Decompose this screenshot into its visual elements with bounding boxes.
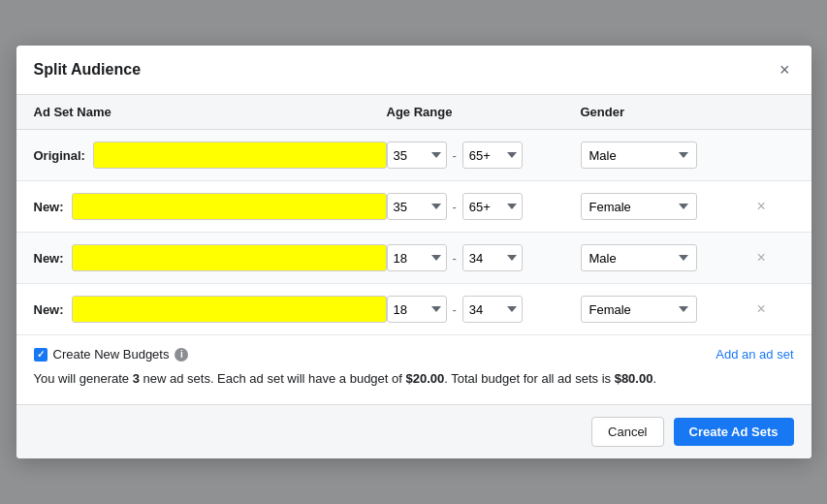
gender-select-1[interactable]: MaleFemaleAll — [581, 142, 697, 169]
footer-top: Create New Budgets i Add an ad set — [16, 335, 811, 365]
remove-button-4[interactable]: × — [755, 299, 768, 320]
table-row: New: 1821253035404550556065+ - 182125303… — [16, 284, 811, 335]
gender-select-4[interactable]: MaleFemaleAll — [581, 296, 697, 323]
name-cell-4: New: — [34, 296, 387, 323]
remove-cell-4: × — [755, 299, 794, 320]
summary-total: $80.00 — [615, 371, 653, 386]
gender-select-2[interactable]: MaleFemaleAll — [581, 193, 697, 220]
info-icon[interactable]: i — [175, 348, 188, 362]
gender-cell-4: MaleFemaleAll — [581, 296, 755, 323]
name-cell-1: Original: — [34, 142, 387, 169]
remove-button-2[interactable]: × — [755, 196, 768, 217]
age-min-select-3[interactable]: 1821253035404550556065+ — [387, 244, 447, 271]
cancel-button[interactable]: Cancel — [591, 417, 663, 447]
gender-cell-1: MaleFemaleAll — [581, 142, 755, 169]
age-max-select-4[interactable]: 1821253035404550553465+ — [462, 296, 523, 323]
age-cell-3: 1821253035404550556065+ - 18212530354045… — [387, 244, 581, 271]
age-cell-2: 1821253035404550556065+ - 18212530354045… — [387, 193, 581, 220]
close-button[interactable]: × — [776, 59, 794, 80]
summary-budget: $20.00 — [406, 371, 445, 386]
col-header-gender: Gender — [581, 105, 755, 119]
summary-end: . Total budget for all ad sets is — [444, 371, 614, 386]
create-budgets-checkbox[interactable] — [34, 348, 48, 362]
name-cell-3: New: — [34, 244, 387, 271]
remove-cell-3: × — [755, 247, 794, 268]
col-header-name: Ad Set Name — [34, 105, 387, 119]
name-cell-2: New: — [34, 193, 387, 220]
table-row: New: 1821253035404550556065+ - 182125303… — [16, 233, 811, 284]
summary-count: 3 — [133, 371, 140, 386]
age-min-select-4[interactable]: 1821253035404550556065+ — [387, 296, 447, 323]
summary-text: You will generate 3 new ad sets. Each ad… — [16, 365, 811, 404]
modal-header: Split Audience × — [16, 46, 811, 95]
summary-period: . — [652, 371, 656, 386]
name-input-4[interactable] — [72, 296, 387, 323]
add-adset-link[interactable]: Add an ad set — [716, 347, 793, 362]
row-label-1: Original: — [34, 148, 85, 163]
name-input-2[interactable] — [72, 193, 387, 220]
age-dash-4: - — [453, 302, 457, 317]
age-dash-2: - — [453, 200, 457, 214]
table-row: New: 1821253035404550556065+ - 182125303… — [16, 181, 811, 233]
col-header-age: Age Range — [387, 105, 581, 119]
remove-cell-2: × — [755, 196, 794, 217]
age-dash-1: - — [453, 148, 457, 163]
modal-overlay: Split Audience × Ad Set Name Age Range G… — [0, 0, 827, 504]
create-budgets-label: Create New Budgets — [53, 347, 170, 362]
name-input-3[interactable] — [72, 244, 387, 271]
modal: Split Audience × Ad Set Name Age Range G… — [16, 46, 811, 458]
name-input-1[interactable] — [93, 142, 387, 169]
summary-prefix: You will generate — [34, 371, 133, 386]
col-header-actions — [755, 105, 794, 119]
modal-title: Split Audience — [34, 61, 142, 79]
remove-button-3[interactable]: × — [755, 247, 768, 268]
table-header: Ad Set Name Age Range Gender — [16, 95, 811, 130]
row-label-2: New: — [34, 200, 64, 214]
create-budgets-row: Create New Budgets i — [34, 347, 189, 362]
age-dash-3: - — [453, 251, 457, 266]
table-container: Ad Set Name Age Range Gender Original: 1… — [16, 95, 811, 335]
gender-cell-3: MaleFemaleAll — [581, 244, 755, 271]
modal-footer: Cancel Create Ad Sets — [16, 404, 811, 458]
age-min-select-1[interactable]: 1821253035404550556065+ — [387, 142, 447, 169]
age-min-select-2[interactable]: 1821253035404550556065+ — [387, 193, 447, 220]
age-max-select-1[interactable]: 1821253035404550556065+ — [462, 142, 523, 169]
age-max-select-2[interactable]: 1821253035404550556065+ — [462, 193, 523, 220]
gender-select-3[interactable]: MaleFemaleAll — [581, 244, 697, 271]
age-cell-4: 1821253035404550556065+ - 18212530354045… — [387, 296, 581, 323]
table-row: Original: 1821253035404550556065+ - 1821… — [16, 130, 811, 181]
summary-mid: new ad sets. Each ad set will have a bud… — [140, 371, 406, 386]
row-label-3: New: — [34, 251, 64, 266]
gender-cell-2: MaleFemaleAll — [581, 193, 755, 220]
row-label-4: New: — [34, 302, 64, 317]
age-cell-1: 1821253035404550556065+ - 18212530354045… — [387, 142, 581, 169]
create-adsets-button[interactable]: Create Ad Sets — [674, 418, 794, 446]
age-max-select-3[interactable]: 1821253035404550553465+ — [462, 244, 523, 271]
